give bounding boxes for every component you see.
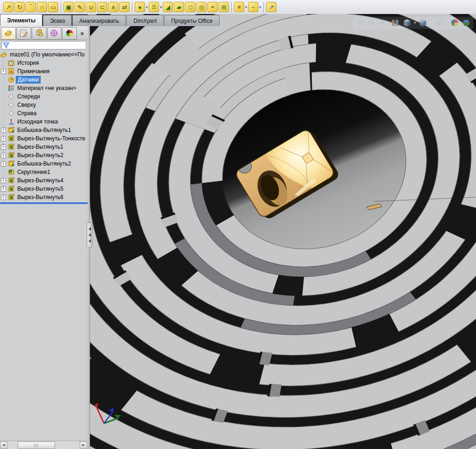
dome-icon[interactable]: ◓: [207, 2, 218, 12]
previous-view-icon[interactable]: [379, 18, 389, 28]
apply-scene-icon[interactable]: [461, 18, 471, 28]
revolved-cut-icon[interactable]: ∪: [86, 2, 96, 12]
tree-item-label: maze01 (По умолчанию<<По: [8, 51, 86, 58]
tree-item-вырез-вытянуть6[interactable]: +Вырез-Вытянуть6: [0, 193, 88, 201]
revolved-boss-icon[interactable]: ↻: [14, 2, 25, 12]
tree-item-вырез-вытянуть-тонкосте[interactable]: +Вырез-Вытянуть-Тонкосте: [0, 134, 88, 143]
extruded-cut-icon[interactable]: ▣: [63, 2, 74, 12]
tree-item-примечания[interactable]: +AПримечания: [0, 67, 88, 76]
model-canvas: [90, 14, 476, 449]
command-tab-5[interactable]: Продукты Office: [164, 15, 220, 26]
linear-pattern-dropdown-caret[interactable]: ▾: [160, 5, 162, 9]
dimxpert-manager-tab[interactable]: [47, 27, 62, 40]
tree-item-вырез-вытянуть1[interactable]: +Вырез-Вытянуть1: [0, 143, 88, 151]
view-orientation-caret[interactable]: [414, 22, 416, 24]
lofted-boss-icon[interactable]: ∩: [37, 2, 47, 12]
tree-filter-field[interactable]: [1, 41, 86, 49]
lofted-cut-icon[interactable]: ∧: [108, 2, 118, 12]
tree-item-label: Примечания: [16, 68, 51, 75]
hide-show-items-caret[interactable]: [445, 22, 448, 24]
draft-icon[interactable]: ▰: [174, 2, 184, 12]
tree-item-label: Спереди: [16, 93, 41, 100]
command-tab-1[interactable]: Элементы: [0, 14, 42, 26]
plane-icon: [7, 101, 16, 109]
tree-item-вырез-вытянуть2[interactable]: +Вырез-Вытянуть2: [0, 151, 88, 159]
heads-up-view-toolbar: [353, 17, 473, 29]
tree-item-справа[interactable]: Справа: [0, 109, 88, 117]
command-tab-3[interactable]: Анализировать: [72, 15, 126, 26]
wrap-icon[interactable]: ◎: [196, 2, 207, 12]
shell-icon[interactable]: □: [185, 2, 195, 12]
cut-icon: [7, 152, 16, 159]
tree-item-исходная-точка[interactable]: Исходная точка: [0, 117, 88, 126]
extruded-boss-icon[interactable]: ↗: [3, 2, 14, 12]
feature-tree: maze01 (По умолчанию<<ПоИстория+AПримеча…: [0, 50, 88, 201]
part-icon: [0, 51, 8, 58]
tree-item-материал-не-указан-[interactable]: Материал <не указан>: [0, 84, 88, 92]
view-orientation-icon[interactable]: [402, 18, 412, 28]
panel-splitter-handle[interactable]: [87, 222, 92, 248]
tree-item-вырез-вытянуть4[interactable]: +Вырез-Вытянуть4: [0, 176, 88, 185]
note-icon: A: [7, 68, 16, 75]
zoom-area-icon[interactable]: [367, 18, 377, 28]
tree-item-label: Вырез-Вытянуть4: [16, 177, 65, 184]
tree-item-спереди[interactable]: Спереди: [0, 92, 88, 101]
section-view-icon[interactable]: [390, 18, 400, 28]
solidworks-window: ↗↻⌒∩▭▣✎∪⊂∧⇄●▾⠿▾◢▰□◎◓⊞✳▾~▾↗: [0, 0, 476, 449]
rollback-bar[interactable]: [0, 202, 88, 204]
tree-item-бобышка-вытянуть1[interactable]: +Бобышка-Вытянуть1: [0, 126, 88, 134]
swept-boss-icon[interactable]: ⌒: [26, 2, 36, 12]
tree-item-датчики[interactable]: Датчики: [0, 76, 88, 84]
rib-icon[interactable]: ◢: [163, 2, 173, 12]
linear-pattern-icon[interactable]: ⠿: [149, 2, 159, 12]
hide-show-items-icon[interactable]: [434, 18, 444, 28]
boundary-cut-icon[interactable]: ⇄: [119, 2, 130, 12]
tree-item-вырез-вытянуть5[interactable]: +Вырез-Вытянуть5: [0, 185, 88, 193]
scroll-thumb[interactable]: |||: [18, 442, 55, 449]
display-manager-tab[interactable]: [62, 27, 77, 40]
tree-item-label: Вырез-Вытянуть-Тонкосте: [16, 135, 87, 142]
tree-item-root[interactable]: maze01 (По умолчанию<<По: [0, 50, 88, 59]
curves-dropdown-caret[interactable]: ▾: [259, 5, 261, 9]
boundary-boss-icon[interactable]: ▭: [48, 2, 58, 12]
tree-item-label: Вырез-Вытянуть5: [16, 186, 65, 192]
command-tab-4[interactable]: DimXpert: [126, 15, 164, 26]
manager-tabs-overflow[interactable]: »: [77, 29, 87, 37]
zoom-fit-icon[interactable]: [355, 18, 366, 28]
tree-item-скругление1[interactable]: Скругление1: [0, 168, 88, 176]
property-manager-tab[interactable]: [16, 27, 31, 40]
hole-wizard-icon[interactable]: ✎: [75, 2, 85, 12]
instant3d-icon[interactable]: ↗: [266, 2, 276, 12]
edit-appearance-icon[interactable]: [449, 18, 460, 28]
scroll-right-button[interactable]: ►: [80, 442, 87, 449]
fillet-icon[interactable]: ●: [135, 2, 145, 12]
tree-item-label: Вырез-Вытянуть2: [16, 152, 65, 159]
reference-geometry-dropdown-caret[interactable]: ▾: [245, 5, 247, 9]
toolbar-separator: [61, 2, 61, 12]
tree-item-сверху[interactable]: Сверху: [0, 101, 88, 109]
tree-item-история[interactable]: История: [0, 59, 88, 67]
fillet-dropdown-caret[interactable]: ▾: [146, 5, 148, 9]
tree-item-label: Сверху: [16, 102, 37, 108]
toolbar-separator: [231, 2, 232, 12]
display-style-caret[interactable]: [429, 22, 432, 24]
tree-item-label: Справа: [16, 110, 38, 117]
tree-item-бобышка-вытянуть2[interactable]: +Бобышка-Вытянуть2: [0, 159, 88, 168]
boss-icon: [7, 160, 16, 167]
curves-icon[interactable]: ~: [248, 2, 258, 12]
tree-item-label: Исходная точка: [16, 118, 59, 125]
3d-viewport[interactable]: [90, 14, 476, 449]
command-tab-2[interactable]: Эскиз: [43, 15, 72, 26]
configuration-manager-tab[interactable]: [32, 27, 47, 40]
tree-item-label: Вырез-Вытянуть6: [16, 194, 65, 200]
reference-geometry-icon[interactable]: ✳: [234, 2, 244, 12]
display-style-icon[interactable]: [418, 18, 428, 28]
cut-icon: [7, 177, 16, 184]
feature-manager-tab[interactable]: [1, 27, 16, 40]
swept-cut-icon[interactable]: ⊂: [97, 2, 107, 12]
tree-item-label: Бобышка-Вытянуть2: [16, 160, 73, 167]
scroll-left-button[interactable]: ◄: [0, 442, 7, 449]
plane-icon: [7, 110, 16, 117]
mirror-icon[interactable]: ⊞: [219, 2, 229, 12]
plane-icon: [7, 93, 16, 100]
